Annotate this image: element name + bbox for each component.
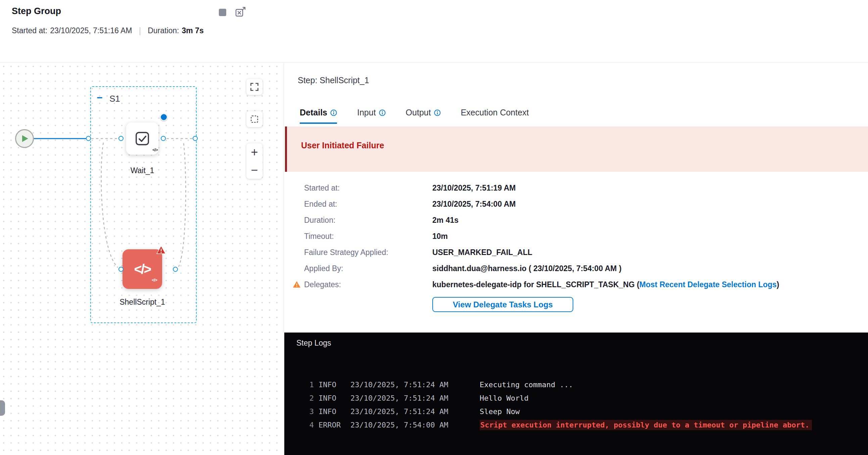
port[interactable] [173,267,178,272]
expand-icon [250,82,259,92]
zoom-in-button[interactable]: + [246,143,262,161]
marquee-select-button[interactable] [246,111,262,127]
log-line-number: 2 [306,394,314,402]
detail-label: Started at: [304,184,432,193]
step-details-panel: Step: ShellScript_1 Details Input Output [284,63,868,455]
tab-output[interactable]: Output [406,108,441,124]
log-message: Sleep Now [479,408,520,416]
code-badge-icon: </> [152,147,158,152]
log-line-number: 3 [306,408,314,416]
execution-meta: Started at: 23/10/2025, 7:51:16 AM | Dur… [12,26,204,36]
started-at-label: Started at: [12,26,47,35]
code-badge-icon: </> [152,278,157,283]
step-status-dot [160,113,167,121]
failure-warning-icon [156,246,166,254]
detail-value: 23/10/2025, 7:54:00 AM [432,200,779,209]
stage-group-label: S1 [110,94,120,104]
node-label-shellscript[interactable]: ShellScript_1 [102,298,183,307]
view-delegate-tasks-logs-button[interactable]: View Delegate Tasks Logs [432,297,573,312]
port[interactable] [119,267,124,272]
detail-value: USER_MARKED_FAIL_ALL [432,248,779,257]
collapse-group-icon[interactable]: − [95,94,104,102]
duration-value: 3m 7s [182,26,204,35]
delegate-warning-icon [293,281,301,288]
detail-value: 10m [432,232,779,241]
step-logs-console[interactable]: Step Logs 1 INFO 23/10/2025, 7:51:24 AM … [284,332,868,455]
log-timestamp: 23/10/2025, 7:51:24 AM [350,394,479,402]
log-level: INFO [318,381,350,389]
tab-execution-context[interactable]: Execution Context [461,108,529,124]
port[interactable] [119,136,124,141]
log-message: Executing command ... [479,381,573,389]
zoom-out-button[interactable]: − [246,161,262,179]
step-details-list: Started at: 23/10/2025, 7:51:19 AM Ended… [304,184,779,289]
step-panel-title: Step: ShellScript_1 [298,75,369,85]
wait-step-icon [134,130,151,147]
detail-value: 23/10/2025, 7:51:19 AM [432,184,779,193]
detail-label: Duration: [304,216,432,225]
failure-message: User Initiated Failure [301,140,384,150]
dismiss-icon[interactable] [235,7,246,18]
log-line-number: 1 [306,381,314,389]
log-timestamp: 23/10/2025, 7:51:24 AM [350,408,479,416]
tab-label: Output [406,108,431,118]
log-level: ERROR [318,421,350,429]
log-line-error: 4 ERROR 23/10/2025, 7:54:00 AM Script ex… [306,418,861,431]
started-at-value: 23/10/2025, 7:51:16 AM [50,26,132,35]
pipeline-canvas[interactable]: − S1 </> Wait_1 </> [0,63,284,455]
node-label-wait[interactable]: Wait_1 [102,166,183,175]
delegates-label-text: Delegates: [304,280,341,289]
duration-label: Duration: [148,26,179,35]
tab-label: Execution Context [461,108,529,118]
marquee-icon [250,115,259,124]
delegate-value-text: kubernetes-delegate-idp for SHELL_SCRIPT… [432,280,640,289]
info-icon [434,109,441,116]
failure-banner: User Initiated Failure [285,127,868,172]
play-icon [22,135,29,142]
log-level: INFO [318,394,350,402]
tab-label: Input [357,108,376,118]
tab-label: Details [300,108,327,118]
port[interactable] [86,136,91,141]
detail-value-delegates: kubernetes-delegate-idp for SHELL_SCRIPT… [432,280,779,289]
page-title: Step Group [12,6,61,17]
log-timestamp: 23/10/2025, 7:51:24 AM [350,381,479,389]
log-level: INFO [318,408,350,416]
left-drawer-handle[interactable] [0,400,5,416]
log-line: 3 INFO 23/10/2025, 7:51:24 AM Sleep Now [306,405,861,418]
tab-input[interactable]: Input [357,108,386,124]
detail-label-delegates: Delegates: [304,280,432,289]
info-icon [330,109,337,116]
details-tabs: Details Input Output [300,108,529,124]
shellscript-step-icon: </> [134,262,151,277]
log-line: 2 INFO 23/10/2025, 7:51:24 AM Hello Worl… [306,391,861,405]
delegate-selection-logs-link[interactable]: Most Recent Delegate Selection Logs [640,280,777,289]
log-lines: 1 INFO 23/10/2025, 7:51:24 AM Executing … [306,378,861,431]
meta-divider: | [138,26,141,36]
execution-view: Step Group Started at: 23/10/2025, 7:51:… [0,0,868,455]
tab-details[interactable]: Details [300,108,337,124]
stop-square-icon[interactable] [219,9,226,16]
pipeline-start-node[interactable] [15,129,34,148]
info-icon [379,109,386,116]
zoom-controls: + − [246,143,262,179]
detail-value: siddhant.dua@harness.io ( 23/10/2025, 7:… [432,264,779,273]
detail-value: 2m 41s [432,216,779,225]
step-logs-title: Step Logs [297,338,331,348]
port[interactable] [193,136,198,141]
detail-label: Applied By: [304,264,432,273]
log-line-number: 4 [306,421,314,429]
detail-label: Timeout: [304,232,432,241]
execution-header: Step Group Started at: 23/10/2025, 7:51:… [0,0,868,62]
log-timestamp: 23/10/2025, 7:54:00 AM [350,421,479,429]
node-shellscript-1[interactable]: </> [123,249,162,289]
log-line: 1 INFO 23/10/2025, 7:51:24 AM Executing … [306,378,861,391]
port[interactable] [161,136,166,141]
log-message: Script execution interrupted, possibly d… [479,420,812,430]
detail-label: Ended at: [304,200,432,209]
delegate-value-suffix: ) [777,280,779,289]
log-message: Hello World [479,394,529,402]
fit-to-screen-button[interactable] [246,79,262,95]
detail-label: Failure Strategy Applied: [304,248,432,257]
